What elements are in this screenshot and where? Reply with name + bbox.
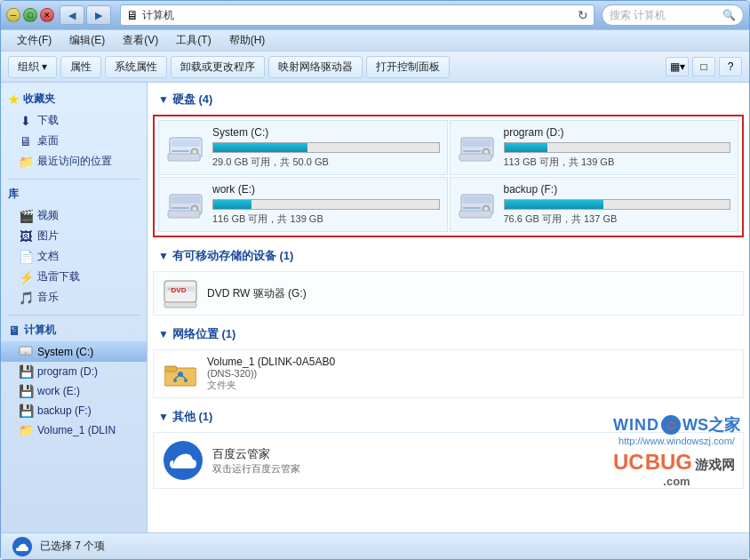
forward-button[interactable]: ▶	[86, 5, 111, 25]
divider-2	[8, 315, 140, 316]
svg-rect-26	[463, 207, 481, 209]
sidebar-item-recent[interactable]: 📁 最近访问的位置	[1, 151, 147, 172]
drive-f-label: backup (F:)	[37, 404, 92, 417]
menu-tools[interactable]: 工具(T)	[167, 31, 219, 50]
sidebar-item-e[interactable]: 💾 work (E:)	[1, 381, 147, 401]
network-header[interactable]: ▼ 网络位置 (1)	[153, 323, 744, 346]
properties-button[interactable]: 属性	[60, 56, 101, 78]
drive-d-space: 113 GB 可用，共 139 GB	[504, 156, 731, 169]
volume1-label: Volume_1 (DLIN	[37, 424, 116, 436]
windows-o-icon: ○	[661, 415, 681, 435]
desktop-icon: 🖥	[19, 134, 33, 148]
svg-rect-20	[172, 207, 189, 209]
search-placeholder: 搜索 计算机	[610, 8, 722, 23]
svg-rect-15	[459, 154, 491, 161]
svg-rect-32	[164, 302, 196, 308]
wind-text: WIND	[613, 416, 659, 435]
status-baidu-icon	[12, 536, 33, 557]
sidebar-item-picture[interactable]: 🖼 图片	[1, 226, 147, 246]
organize-button[interactable]: 组织 ▾	[8, 56, 57, 78]
computer-icon: 🖥	[126, 8, 139, 22]
svg-point-41	[176, 471, 190, 475]
svg-text:DVD: DVD	[172, 286, 187, 294]
menu-edit[interactable]: 编辑(E)	[60, 31, 114, 50]
dvd-item[interactable]: DVD DVD RW 驱动器 (G:)	[153, 271, 744, 316]
sidebar-item-f[interactable]: 💾 backup (F:)	[1, 401, 147, 420]
menu-file[interactable]: 文件(F)	[8, 31, 60, 50]
download-label: 下载	[37, 113, 59, 128]
svg-point-2	[25, 352, 27, 354]
baidu-info: 百度云管家 双击运行百度云管家	[212, 446, 300, 476]
view-options-button[interactable]: ▦▾	[666, 57, 689, 76]
help-button[interactable]: ?	[719, 57, 742, 76]
svg-rect-27	[459, 211, 491, 218]
removable-label: 有可移动存储的设备 (1)	[172, 248, 294, 264]
music-icon: 🎵	[19, 291, 33, 305]
control-panel-button[interactable]: 打开控制面板	[366, 56, 450, 78]
network-info: Volume_1 (DLINK-0A5AB0 (DNS-320)) 文件夹	[207, 356, 335, 392]
map-drive-button[interactable]: 映射网络驱动器	[268, 56, 363, 78]
address-path: 计算机	[142, 8, 574, 23]
address-bar[interactable]: 🖥 计算机 ↻	[120, 4, 594, 26]
sidebar-item-desktop[interactable]: 🖥 桌面	[1, 131, 147, 151]
sidebar-item-thunder[interactable]: ⚡ 迅雷下载	[1, 267, 147, 287]
drive-f-item[interactable]: backup (F:) 76.6 GB 可用，共 137 GB	[450, 177, 739, 232]
maximize-button[interactable]: □	[23, 8, 37, 22]
menu-view[interactable]: 查看(V)	[114, 31, 167, 50]
video-label: 视频	[37, 208, 59, 223]
sidebar-item-music[interactable]: 🎵 音乐	[1, 287, 147, 308]
dvd-section: DVD DVD RW 驱动器 (G:)	[153, 271, 744, 316]
drive-e-bar	[212, 199, 440, 210]
svg-rect-1	[20, 348, 31, 351]
removable-header[interactable]: ▼ 有可移动存储的设备 (1)	[153, 244, 744, 268]
drive-d-item[interactable]: program (D:) 113 GB 可用，共 139 GB	[450, 120, 739, 175]
svg-point-25	[484, 207, 488, 211]
svg-rect-17	[172, 196, 200, 204]
drive-c-fill	[213, 143, 307, 152]
drive-c-name: System (C:)	[212, 126, 440, 139]
watermark-dotcom: .com	[613, 475, 740, 488]
drive-d-name: program (D:)	[504, 126, 731, 139]
sidebar-item-d[interactable]: 💾 program (D:)	[1, 362, 147, 381]
svg-rect-11	[463, 140, 491, 147]
baidu-name: 百度云管家	[212, 446, 300, 462]
drive-e-item[interactable]: work (E:) 116 GB 可用，共 139 GB	[158, 177, 448, 232]
back-button[interactable]: ◀	[60, 5, 84, 25]
sidebar-item-volume1[interactable]: 📁 Volume_1 (DLIN	[1, 420, 147, 440]
svg-rect-8	[168, 147, 175, 154]
pane-button[interactable]: □	[692, 57, 715, 76]
favorites-label: 收藏夹	[23, 92, 55, 107]
close-button[interactable]: ✕	[40, 8, 54, 22]
uc-text: UC	[613, 450, 644, 475]
computer-section: 🖥 计算机 System (C:) 💾 program (D:) 💾 work …	[1, 319, 147, 440]
drive-c-space: 29.0 GB 可用，共 50.0 GB	[212, 156, 440, 169]
star-icon: ★	[8, 92, 20, 107]
music-label: 音乐	[37, 290, 59, 305]
sidebar-item-video[interactable]: 🎬 视频	[1, 205, 147, 226]
drive-c-item[interactable]: System (C:) 29.0 GB 可用，共 50.0 GB	[158, 120, 448, 175]
sidebar-item-download[interactable]: ⬇ 下载	[1, 110, 147, 131]
status-text: 已选择 7 个项	[40, 539, 105, 554]
favorites-header: ★ 收藏夹	[1, 88, 147, 110]
hard-disks-header[interactable]: ▼ 硬盘 (4)	[153, 88, 744, 111]
system-props-button[interactable]: 系统属性	[105, 56, 167, 78]
search-icon[interactable]: 🔍	[722, 9, 736, 21]
library-label: 库	[8, 187, 19, 202]
drive-d-fill	[505, 143, 547, 152]
main-area: ★ 收藏夹 ⬇ 下载 🖥 桌面 📁 最近访问的位置	[1, 83, 749, 532]
removable-arrow: ▼	[158, 250, 169, 262]
sidebar-item-c[interactable]: System (C:)	[1, 341, 147, 362]
menu-help[interactable]: 帮助(H)	[220, 31, 275, 50]
network-volume-item[interactable]: Volume_1 (DLINK-0A5AB0 (DNS-320)) 文件夹	[153, 349, 744, 398]
drive-f-info: backup (F:) 76.6 GB 可用，共 137 GB	[504, 183, 731, 226]
minimize-button[interactable]: ─	[6, 8, 20, 22]
toolbar: 组织 ▾ 属性 系统属性 卸载或更改程序 映射网络驱动器 打开控制面板 ▦▾ □…	[1, 51, 749, 83]
search-bar[interactable]: 搜索 计算机 🔍	[602, 4, 744, 26]
svg-point-39	[184, 379, 188, 382]
uninstall-button[interactable]: 卸载或更改程序	[171, 56, 265, 78]
document-icon: 📄	[19, 250, 33, 264]
sidebar-item-document[interactable]: 📄 文档	[1, 246, 147, 267]
bug-text: BUG	[645, 450, 692, 475]
refresh-icon[interactable]: ↻	[578, 8, 588, 22]
drive-d-bar	[504, 142, 731, 153]
